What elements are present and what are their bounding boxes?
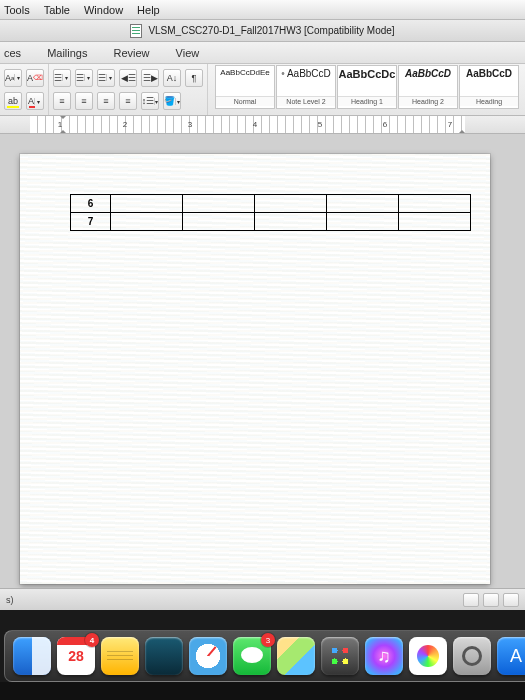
ribbon-tab[interactable]: Mailings [43, 43, 91, 63]
align-left-button[interactable]: ≡ [53, 92, 71, 110]
dock-app-maps[interactable] [277, 637, 315, 675]
dock-app-safari[interactable] [189, 637, 227, 675]
os-menubar: Tools Table Window Help [0, 0, 525, 20]
dock-app-photoshop[interactable] [145, 637, 183, 675]
badge: 3 [261, 633, 275, 647]
sort-button[interactable]: A↓ [163, 69, 181, 87]
dock: 28 4 3 [0, 622, 525, 682]
status-bar: s) [0, 588, 525, 610]
dock-app-itunes[interactable] [365, 637, 403, 675]
dock-app-finder[interactable] [13, 637, 51, 675]
menu-item[interactable]: Window [84, 4, 123, 16]
dock-app-messages[interactable]: 3 [233, 637, 271, 675]
clear-format-button[interactable]: A⌫ [26, 69, 44, 87]
bullets-button[interactable]: ☰▾ [53, 69, 71, 87]
badge: 4 [85, 633, 99, 647]
page[interactable]: 6 7 [20, 154, 490, 584]
table-row[interactable]: 6 [71, 195, 471, 213]
font-size-button[interactable]: Aa▾ [4, 69, 22, 87]
style-heading-1[interactable]: AaBbCcDc Heading 1 [337, 65, 397, 109]
ribbon-tabs: ces Mailings Review View [0, 42, 525, 64]
dock-app-launchpad[interactable] [321, 637, 359, 675]
style-heading-2[interactable]: AaBbCcD Heading 2 [398, 65, 458, 109]
multilevel-button[interactable]: ☰▾ [97, 69, 115, 87]
ribbon-tab[interactable]: ces [0, 43, 25, 63]
line-spacing-button[interactable]: ↕☰▾ [141, 92, 159, 110]
dock-app-system-preferences[interactable] [453, 637, 491, 675]
menu-item[interactable]: Help [137, 4, 160, 16]
table-row[interactable]: 7 [71, 213, 471, 231]
align-right-button[interactable]: ≡ [97, 92, 115, 110]
styles-gallery[interactable]: AaBbCcDdEe Normal AaBbCcD Note Level 2 A… [214, 64, 520, 115]
ribbon: Aa▾ A⌫ ab A▾ ☰▾ ☰▾ ☰▾ ◀☰ ☰▶ A↓ ¶ ≡ ≡ ≡ [0, 64, 525, 116]
dock-app-photos[interactable] [409, 637, 447, 675]
menu-item[interactable]: Table [44, 4, 70, 16]
indent-button[interactable]: ☰▶ [141, 69, 159, 87]
dock-app-notes[interactable] [101, 637, 139, 675]
hanging-indent-marker[interactable] [58, 125, 68, 134]
justify-button[interactable]: ≡ [119, 92, 137, 110]
horizontal-ruler[interactable]: 1 2 3 4 5 6 7 [0, 116, 525, 134]
style-note-level-2[interactable]: AaBbCcD Note Level 2 [276, 65, 336, 109]
ribbon-tab[interactable]: View [172, 43, 204, 63]
style-heading[interactable]: AaBbCcD Heading [459, 65, 519, 109]
ribbon-tab[interactable]: Review [109, 43, 153, 63]
view-mode-button[interactable] [463, 593, 479, 607]
numbering-button[interactable]: ☰▾ [75, 69, 93, 87]
window-titlebar: VLSM_CSC270-D1_Fall2017HW3 [Compatibilit… [0, 20, 525, 42]
dock-app-appstore[interactable] [497, 637, 525, 675]
document-workspace[interactable]: 6 7 [0, 134, 525, 588]
document-table[interactable]: 6 7 [70, 194, 471, 231]
dock-app-calendar[interactable]: 28 4 [57, 637, 95, 675]
show-marks-button[interactable]: ¶ [185, 69, 203, 87]
document-icon [130, 24, 142, 38]
menu-item[interactable]: Tools [4, 4, 30, 16]
view-mode-button[interactable] [483, 593, 499, 607]
right-indent-marker[interactable] [457, 125, 467, 134]
align-center-button[interactable]: ≡ [75, 92, 93, 110]
laptop-bezel [0, 682, 525, 700]
view-mode-button[interactable] [503, 593, 519, 607]
first-line-indent-marker[interactable] [58, 116, 68, 124]
window-title: VLSM_CSC270-D1_Fall2017HW3 [Compatibilit… [148, 25, 394, 36]
shading-button[interactable]: 🪣▾ [163, 92, 181, 110]
highlight-button[interactable]: ab [4, 92, 22, 110]
font-color-button[interactable]: A▾ [26, 92, 44, 110]
status-text: s) [6, 595, 14, 605]
style-normal[interactable]: AaBbCcDdEe Normal [215, 65, 275, 109]
outdent-button[interactable]: ◀☰ [119, 69, 137, 87]
